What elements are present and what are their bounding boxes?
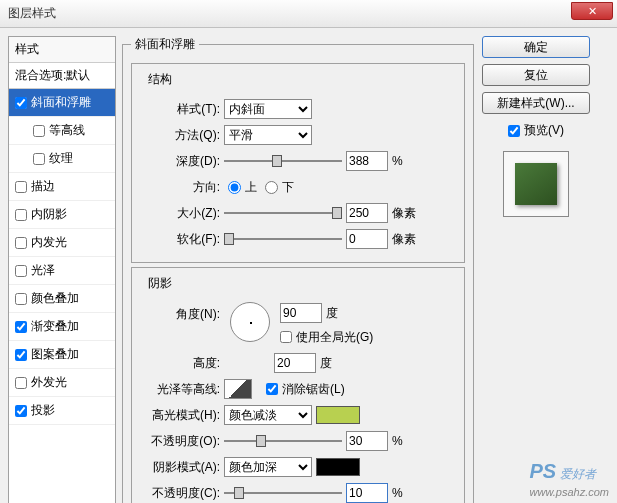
styles-header: 样式	[9, 37, 115, 63]
shadow-opacity-unit: %	[392, 486, 403, 500]
style-bevel-emboss[interactable]: 斜面和浮雕	[9, 89, 115, 117]
style-outer-glow[interactable]: 外发光	[9, 369, 115, 397]
shadow-mode-select[interactable]: 颜色加深	[224, 457, 312, 477]
style-label: 光泽	[31, 262, 55, 279]
structure-title: 结构	[144, 71, 176, 88]
angle-label: 角度(N):	[140, 306, 220, 323]
shadow-opacity-label: 不透明度(C):	[140, 485, 220, 502]
altitude-label: 高度:	[140, 355, 220, 372]
shading-title: 阴影	[144, 275, 176, 292]
style-inner-glow-checkbox[interactable]	[15, 237, 27, 249]
preview-label: 预览(V)	[524, 122, 564, 139]
method-select[interactable]: 平滑	[224, 125, 312, 145]
style-texture[interactable]: 纹理	[9, 145, 115, 173]
soften-label: 软化(F):	[140, 231, 220, 248]
structure-group: 结构 样式(T): 内斜面 方法(Q): 平滑 深度(D): % 方向:	[131, 63, 465, 263]
main-panel: 斜面和浮雕 结构 样式(T): 内斜面 方法(Q): 平滑 深度(D): %	[122, 36, 474, 503]
bevel-legend: 斜面和浮雕	[131, 36, 199, 53]
highlight-mode-label: 高光模式(H):	[140, 407, 220, 424]
watermark-url: www.psahz.com	[530, 486, 609, 498]
style-drop-shadow[interactable]: 投影	[9, 397, 115, 425]
style-gradient-overlay[interactable]: 渐变叠加	[9, 313, 115, 341]
style-color-overlay-checkbox[interactable]	[15, 293, 27, 305]
style-label: 描边	[31, 178, 55, 195]
global-light-label: 使用全局光(G)	[296, 329, 373, 346]
style-inner-glow[interactable]: 内发光	[9, 229, 115, 257]
shadow-opacity-slider[interactable]	[224, 485, 342, 501]
style-bevel-checkbox[interactable]	[15, 97, 27, 109]
down-label: 下	[282, 179, 294, 196]
antialias-label: 消除锯齿(L)	[282, 381, 345, 398]
style-label: 渐变叠加	[31, 318, 79, 335]
soften-input[interactable]	[346, 229, 388, 249]
antialias-checkbox[interactable]	[266, 383, 278, 395]
altitude-unit: 度	[320, 355, 332, 372]
style-texture-checkbox[interactable]	[33, 153, 45, 165]
style-satin[interactable]: 光泽	[9, 257, 115, 285]
depth-slider[interactable]	[224, 153, 342, 169]
style-inner-shadow[interactable]: 内阴影	[9, 201, 115, 229]
gloss-label: 光泽等高线:	[140, 381, 220, 398]
depth-input[interactable]	[346, 151, 388, 171]
highlight-mode-select[interactable]: 颜色减淡	[224, 405, 312, 425]
highlight-opacity-unit: %	[392, 434, 403, 448]
style-stroke-checkbox[interactable]	[15, 181, 27, 193]
style-color-overlay[interactable]: 颜色叠加	[9, 285, 115, 313]
style-contour[interactable]: 等高线	[9, 117, 115, 145]
altitude-input[interactable]	[274, 353, 316, 373]
cancel-button[interactable]: 复位	[482, 64, 590, 86]
method-label: 方法(Q):	[140, 127, 220, 144]
gloss-contour-picker[interactable]	[224, 379, 252, 399]
angle-input[interactable]	[280, 303, 322, 323]
direction-down-radio[interactable]	[265, 181, 278, 194]
style-label: 外发光	[31, 374, 67, 391]
ok-button[interactable]: 确定	[482, 36, 590, 58]
style-stroke[interactable]: 描边	[9, 173, 115, 201]
close-button[interactable]: ✕	[571, 2, 613, 20]
depth-label: 深度(D):	[140, 153, 220, 170]
size-label: 大小(Z):	[140, 205, 220, 222]
highlight-opacity-input[interactable]	[346, 431, 388, 451]
global-light-checkbox[interactable]	[280, 331, 292, 343]
soften-unit: 像素	[392, 231, 416, 248]
style-contour-checkbox[interactable]	[33, 125, 45, 137]
watermark-ps: PS	[530, 460, 557, 482]
style-label: 内阴影	[31, 206, 67, 223]
preview-checkbox[interactable]	[508, 125, 520, 137]
angle-unit: 度	[326, 305, 338, 322]
bevel-fieldset: 斜面和浮雕 结构 样式(T): 内斜面 方法(Q): 平滑 深度(D): %	[122, 36, 474, 503]
right-panel: 确定 复位 新建样式(W)... 预览(V)	[480, 36, 592, 503]
style-pattern-overlay[interactable]: 图案叠加	[9, 341, 115, 369]
highlight-opacity-label: 不透明度(O):	[140, 433, 220, 450]
highlight-color-swatch[interactable]	[316, 406, 360, 424]
style-pattern-overlay-checkbox[interactable]	[15, 349, 27, 361]
highlight-opacity-slider[interactable]	[224, 433, 342, 449]
style-outer-glow-checkbox[interactable]	[15, 377, 27, 389]
shadow-opacity-input[interactable]	[346, 483, 388, 503]
size-unit: 像素	[392, 205, 416, 222]
depth-unit: %	[392, 154, 403, 168]
style-label: 颜色叠加	[31, 290, 79, 307]
size-input[interactable]	[346, 203, 388, 223]
shading-group: 阴影 角度(N): 度 使用全局光(G)	[131, 267, 465, 503]
size-slider[interactable]	[224, 205, 342, 221]
angle-widget[interactable]	[230, 302, 270, 342]
direction-up-radio[interactable]	[228, 181, 241, 194]
style-select[interactable]: 内斜面	[224, 99, 312, 119]
style-gradient-overlay-checkbox[interactable]	[15, 321, 27, 333]
style-label: 斜面和浮雕	[31, 94, 91, 111]
style-label: 图案叠加	[31, 346, 79, 363]
soften-slider[interactable]	[224, 231, 342, 247]
preview-swatch	[515, 163, 557, 205]
new-style-button[interactable]: 新建样式(W)...	[482, 92, 590, 114]
shadow-mode-label: 阴影模式(A):	[140, 459, 220, 476]
blend-options[interactable]: 混合选项:默认	[9, 63, 115, 89]
up-label: 上	[245, 179, 257, 196]
style-satin-checkbox[interactable]	[15, 265, 27, 277]
watermark: PS 爱好者 www.psahz.com	[530, 460, 609, 499]
style-drop-shadow-checkbox[interactable]	[15, 405, 27, 417]
style-label: 内发光	[31, 234, 67, 251]
shadow-color-swatch[interactable]	[316, 458, 360, 476]
style-inner-shadow-checkbox[interactable]	[15, 209, 27, 221]
style-label: 等高线	[49, 122, 85, 139]
